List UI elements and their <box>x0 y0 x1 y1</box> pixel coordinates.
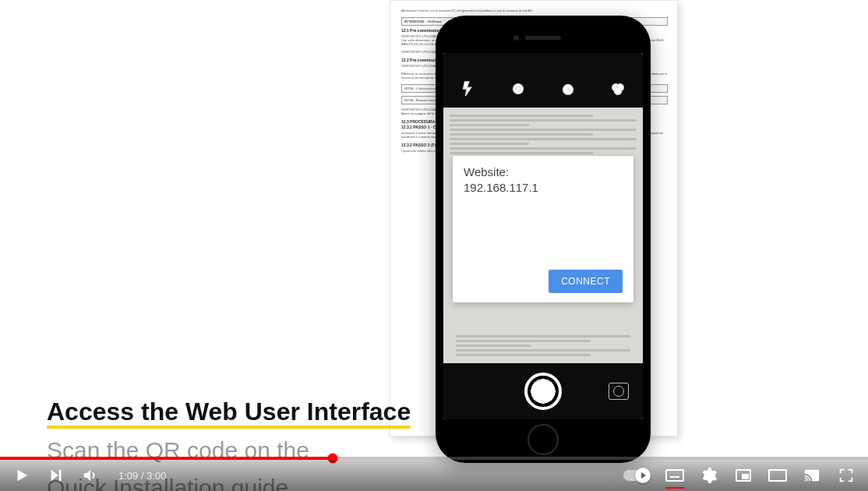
play-button[interactable] <box>12 466 31 485</box>
theater-mode-button[interactable] <box>768 466 787 485</box>
next-button[interactable] <box>47 466 65 485</box>
video-controls: 1:09 / 3:00 <box>0 460 868 491</box>
switch-camera-icon[interactable] <box>609 383 629 400</box>
miniplayer-button[interactable] <box>734 466 753 485</box>
caption-line-1: Access the Web User Interface <box>47 397 411 429</box>
camera-viewport: Website: 192.168.117.1 CONNECT <box>443 108 643 363</box>
flash-icon[interactable] <box>459 79 478 98</box>
svg-rect-6 <box>59 470 62 482</box>
svg-point-1 <box>516 87 520 91</box>
autoplay-toggle[interactable] <box>623 470 650 481</box>
svg-point-5 <box>614 87 621 94</box>
hdr-icon[interactable] <box>509 79 528 98</box>
cast-button[interactable] <box>803 466 821 485</box>
qr-result-popup: Website: 192.168.117.1 CONNECT <box>453 156 633 302</box>
camera-shutter-bar <box>443 363 643 419</box>
connect-button[interactable]: CONNECT <box>549 270 623 293</box>
camera-toolbar <box>443 53 643 108</box>
captions-button[interactable] <box>665 466 684 485</box>
fullscreen-button[interactable] <box>837 466 856 485</box>
settings-button[interactable] <box>700 466 718 485</box>
shutter-button[interactable] <box>524 373 562 410</box>
popup-value: 192.168.117.1 <box>464 181 623 194</box>
smartphone-mockup: Website: 192.168.117.1 CONNECT <box>436 16 651 463</box>
home-button[interactable] <box>528 424 559 455</box>
phone-screen: Website: 192.168.117.1 CONNECT <box>443 53 643 419</box>
timer-icon[interactable] <box>559 79 577 98</box>
volume-button[interactable] <box>81 466 100 485</box>
popup-label: Website: <box>464 165 623 178</box>
time-display: 1:09 / 3:00 <box>118 470 166 482</box>
filters-icon[interactable] <box>609 79 627 98</box>
